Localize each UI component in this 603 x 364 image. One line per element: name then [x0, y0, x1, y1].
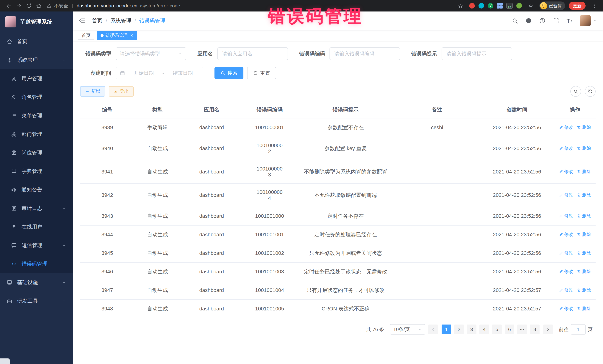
sidebar-item-5[interactable]: 部门管理 — [0, 125, 73, 143]
extension-icon-green-leaf[interactable] — [516, 3, 522, 9]
tag-home[interactable]: 首页 — [78, 31, 94, 40]
page-button-6[interactable]: 6 — [505, 325, 514, 334]
browser-forward-icon[interactable] — [14, 1, 24, 11]
edit-link[interactable]: 修改 — [559, 124, 573, 130]
page-button-4[interactable]: 4 — [479, 325, 489, 334]
pencil-icon — [559, 214, 563, 218]
search-button[interactable]: 搜索 — [214, 67, 244, 79]
header-search-icon[interactable] — [512, 18, 518, 24]
sidebar-item-12[interactable]: 错误码管理 — [0, 255, 73, 273]
error-code-input[interactable] — [329, 47, 400, 60]
delete-link[interactable]: 删除 — [577, 192, 591, 198]
cell-time: 2021-04-20 23:52:56 — [480, 225, 554, 244]
total-count: 共 76 条 — [366, 326, 384, 333]
sidebar-collapse-icon[interactable] — [79, 17, 85, 24]
page-button-1[interactable]: 1 — [441, 325, 451, 334]
delete-link[interactable]: 删除 — [577, 213, 591, 219]
delete-link[interactable]: 删除 — [577, 124, 591, 130]
delete-link[interactable]: 删除 — [577, 306, 591, 311]
extension-icon-grid[interactable] — [497, 3, 503, 9]
sidebar-item-4[interactable]: 菜单管理 — [0, 106, 73, 125]
page-more-button[interactable]: ••• — [517, 325, 527, 334]
edit-link[interactable]: 修改 — [559, 169, 573, 175]
reset-button[interactable]: 重置 — [247, 67, 276, 79]
extensions-puzzle-icon[interactable] — [526, 1, 536, 11]
sidebar-item-6[interactable]: 岗位管理 — [0, 143, 73, 162]
sidebar-item-8[interactable]: 通知公告 — [0, 180, 73, 199]
edit-link[interactable]: 修改 — [559, 232, 573, 237]
sidebar-item-0[interactable]: 首页 — [0, 32, 73, 51]
export-button[interactable]: 导出 — [109, 86, 134, 97]
browser-home-icon[interactable] — [34, 1, 44, 11]
edit-link[interactable]: 修改 — [559, 306, 573, 311]
font-size-icon[interactable]: T↕ — [567, 18, 572, 23]
add-button[interactable]: 新增 — [80, 86, 105, 97]
error-type-select[interactable]: 请选择错误码类型 — [116, 47, 186, 60]
edit-link[interactable]: 修改 — [559, 213, 573, 219]
sidebar-item-label: 系统管理 — [17, 56, 38, 64]
address-bar[interactable]: 不安全 | dashboard.yudao.iocoder.cn/system/… — [47, 3, 452, 9]
cell-type: 自动生成 — [134, 160, 181, 184]
delete-link[interactable]: 删除 — [577, 287, 591, 293]
cell-type: 自动生成 — [134, 244, 181, 263]
user-menu[interactable] — [580, 15, 597, 26]
error-type-placeholder: 请选择错误码类型 — [120, 50, 160, 57]
page-size-select[interactable]: 10条/页 — [390, 324, 425, 334]
breadcrumb: 首页 / 系统管理 / 错误码管理 — [92, 17, 165, 24]
edit-link[interactable]: 修改 — [559, 192, 573, 198]
sidebar-item-13[interactable]: 基础设施 — [0, 273, 73, 292]
sidebar-item-7[interactable]: 字典管理 — [0, 162, 73, 180]
refresh-table-button[interactable] — [585, 86, 596, 97]
breadcrumb-system[interactable]: 系统管理 — [110, 17, 131, 24]
sidebar-item-14[interactable]: 研发工具 — [0, 292, 73, 310]
fullscreen-icon[interactable] — [553, 18, 559, 24]
extension-icon-green-v[interactable]: V — [488, 3, 493, 9]
bookmark-star-icon[interactable] — [455, 1, 465, 11]
delete-link[interactable]: 删除 — [577, 269, 591, 275]
error-hint-input[interactable] — [441, 47, 512, 60]
edit-link[interactable]: 修改 — [559, 250, 573, 256]
top-navbar: 首页 / 系统管理 / 错误码管理 T↕ — [73, 11, 603, 30]
help-question-icon[interactable] — [539, 18, 545, 24]
delete-link[interactable]: 删除 — [577, 232, 591, 237]
extension-icon-on-badge[interactable]: on — [506, 3, 513, 9]
sidebar-item-9[interactable]: 审计日志 — [0, 199, 73, 218]
extension-icon-teal[interactable] — [478, 3, 484, 9]
sidebar-item-1[interactable]: 系统管理 — [0, 51, 73, 69]
page-button-3[interactable]: 3 — [467, 325, 476, 334]
delete-link[interactable]: 删除 — [577, 145, 591, 151]
page-button-8[interactable]: 8 — [530, 325, 540, 334]
page-button-5[interactable]: 5 — [492, 325, 502, 334]
next-page-button[interactable] — [543, 325, 553, 334]
prev-page-button[interactable] — [428, 325, 438, 334]
sidebar-item-label: 用户管理 — [22, 75, 42, 82]
page-button-2[interactable]: 2 — [454, 325, 464, 334]
browser-update-button[interactable]: 更新 — [569, 2, 586, 10]
browser-reload-icon[interactable] — [24, 1, 34, 11]
sidebar-item-3[interactable]: 角色管理 — [0, 88, 73, 106]
cell-id: 3941 — [80, 160, 134, 184]
tag-error-code-management[interactable]: 错误码管理 × — [97, 31, 137, 40]
toggle-search-button[interactable] — [570, 86, 581, 97]
cell-id: 3942 — [80, 184, 134, 207]
sidebar-item-11[interactable]: 短信管理 — [0, 236, 73, 255]
github-icon[interactable] — [525, 18, 532, 24]
delete-link[interactable]: 删除 — [577, 250, 591, 256]
sidebar-item-2[interactable]: 用户管理 — [0, 69, 73, 88]
tag-close-icon[interactable]: × — [130, 33, 133, 38]
browser-back-icon[interactable] — [4, 1, 14, 11]
app-name-input[interactable] — [218, 47, 288, 60]
breadcrumb-home[interactable]: 首页 — [92, 17, 103, 24]
edit-link[interactable]: 修改 — [559, 145, 573, 151]
delete-link[interactable]: 删除 — [577, 169, 591, 175]
browser-menu-dots-icon[interactable] — [589, 1, 599, 11]
goto-page-input[interactable] — [571, 324, 586, 334]
create-time-range-picker[interactable]: 开始日期 - 结束日期 — [116, 67, 203, 79]
edit-link[interactable]: 修改 — [559, 269, 573, 275]
sidebar-item-label: 审计日志 — [22, 205, 42, 212]
app-logo[interactable]: 芋道管理系统 — [0, 11, 73, 32]
extension-icon-red[interactable] — [469, 3, 475, 9]
edit-link[interactable]: 修改 — [559, 287, 573, 293]
browser-profile-chip[interactable]: 已暂停 — [539, 1, 565, 10]
sidebar-item-10[interactable]: 在线用户 — [0, 218, 73, 236]
